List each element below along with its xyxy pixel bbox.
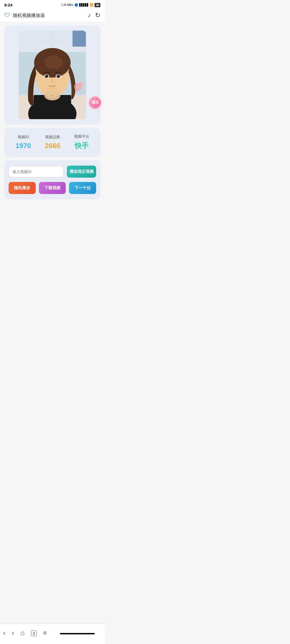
svg-point-18 xyxy=(57,75,58,76)
status-time: 8:24 xyxy=(4,3,12,7)
translate-badge[interactable]: 译A xyxy=(89,97,101,108)
top-nav: 🛡 随机视频播放器 ♪ ↻ xyxy=(0,9,105,22)
video-id-value: 1970 xyxy=(16,142,31,150)
total-value: 2666 xyxy=(45,142,60,150)
speed-indicator: 1.18 MB/s xyxy=(61,3,73,6)
random-play-button[interactable]: 随机播放 xyxy=(9,182,36,194)
bluetooth-icon: 🔵 xyxy=(74,3,78,7)
svg-rect-22 xyxy=(54,93,56,98)
stat-video-id: 视频ID 1970 xyxy=(16,135,31,150)
total-label: 视频总数 xyxy=(45,135,60,140)
controls-row-2: 随机播放 下载视频 下一个位 xyxy=(9,182,96,194)
shield-icon: 🛡 xyxy=(4,12,10,19)
play-specified-button[interactable]: 播放指定视频 xyxy=(67,166,96,178)
nav-right: ♪ ↻ xyxy=(88,12,100,19)
bottom-spacer xyxy=(4,203,100,224)
svg-rect-20 xyxy=(48,93,50,98)
nav-left: 🛡 随机视频播放器 xyxy=(4,12,45,19)
wifi-icon: 📶 xyxy=(90,3,93,7)
svg-point-25 xyxy=(78,82,84,87)
svg-rect-23 xyxy=(51,94,53,96)
status-icons: 1.18 MB/s 🔵 ▋▋▋▋▋ 📶 49 xyxy=(61,3,100,7)
music-icon[interactable]: ♪ xyxy=(88,12,91,19)
app-title: 随机视频播放器 xyxy=(13,12,45,19)
video-thumbnail[interactable] xyxy=(19,31,86,119)
video-id-input[interactable] xyxy=(9,166,64,177)
svg-point-10 xyxy=(44,56,63,69)
stat-platform: 视频平台 快手 xyxy=(74,134,89,151)
download-button[interactable]: 下载视频 xyxy=(39,182,66,194)
stats-card: 视频ID 1970 视频总数 2666 视频平台 快手 xyxy=(4,128,100,157)
video-id-label: 视频ID xyxy=(16,135,31,140)
person-svg xyxy=(19,31,86,119)
controls-card: 播放指定视频 随机播放 下载视频 下一个位 xyxy=(4,160,100,199)
signal-icon: ▋▋▋▋▋ xyxy=(79,3,89,7)
refresh-icon[interactable]: ↻ xyxy=(95,12,100,19)
next-button[interactable]: 下一个位 xyxy=(69,182,96,194)
stat-total: 视频总数 2666 xyxy=(45,135,60,150)
platform-value: 快手 xyxy=(74,141,89,151)
main-content: 译A 视频ID 1970 视频总数 2666 视频平台 快手 播放指定视频 随机… xyxy=(0,22,105,227)
battery-indicator: 49 xyxy=(95,3,100,7)
platform-label: 视频平台 xyxy=(74,134,89,139)
status-bar: 8:24 1.18 MB/s 🔵 ▋▋▋▋▋ 📶 49 xyxy=(0,0,105,9)
image-card: 译A xyxy=(4,25,100,125)
svg-point-14 xyxy=(45,75,46,76)
svg-rect-26 xyxy=(73,31,86,47)
controls-row-1: 播放指定视频 xyxy=(9,166,96,178)
